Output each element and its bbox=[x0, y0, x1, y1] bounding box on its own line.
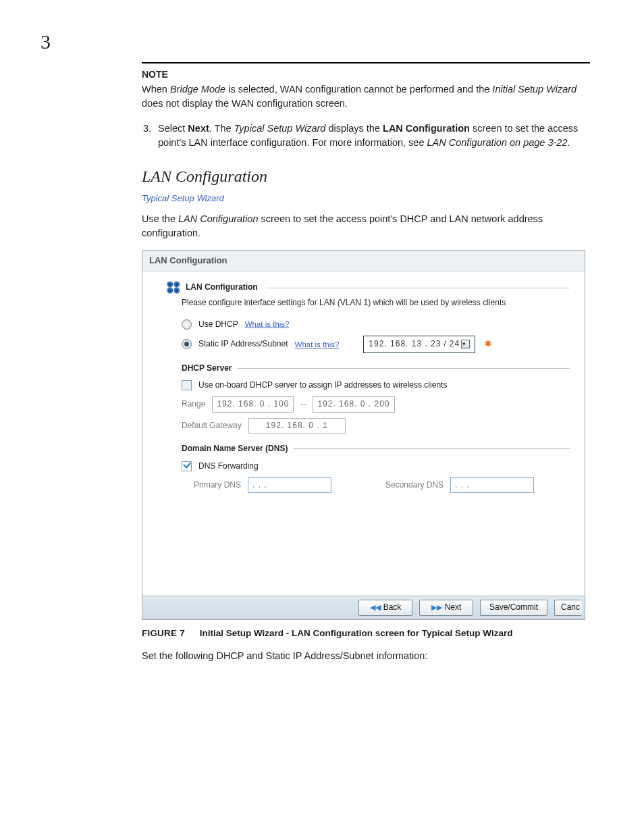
input-secondary-dns[interactable]: . . . bbox=[450, 477, 534, 493]
step-xref-em: LAN Configuration on page 3-22 bbox=[427, 137, 568, 148]
step-3: Select Next. The Typical Setup Wizard di… bbox=[154, 122, 590, 150]
label-primary-dns: Primary DNS bbox=[194, 479, 241, 491]
back-arrow-icon: ◀◀ bbox=[370, 602, 381, 613]
next-button[interactable]: ▶▶Next bbox=[419, 600, 473, 615]
figure-caption: FIGURE 7 Initial Setup Wizard - LAN Conf… bbox=[142, 627, 590, 640]
note-heading: NOTE bbox=[142, 68, 590, 81]
radio-static-ip[interactable] bbox=[182, 339, 192, 349]
network-icon: ◉◉◉◉ bbox=[167, 281, 180, 293]
back-label: Back bbox=[383, 602, 402, 613]
figure-caption-text: Initial Setup Wizard - LAN Configuration… bbox=[200, 628, 513, 638]
note-text: When bbox=[142, 84, 170, 95]
page-number: 3 bbox=[41, 27, 590, 57]
fieldset-label: LAN Configuration bbox=[186, 282, 258, 293]
step-text: . The bbox=[209, 123, 234, 134]
next-label: Next bbox=[445, 602, 462, 613]
link-what-is-this-dhcp[interactable]: What is this? bbox=[245, 319, 290, 330]
label-secondary-dns: Secondary DNS bbox=[385, 479, 444, 491]
label-range: Range bbox=[182, 398, 205, 410]
step-next-bold: Next bbox=[188, 123, 209, 134]
input-range-start[interactable]: 192. 168. 0 . 100 bbox=[212, 396, 294, 412]
next-arrow-icon: ▶▶ bbox=[431, 602, 442, 613]
wizard-body: ◉◉◉◉ LAN Configuration Please configure … bbox=[142, 271, 585, 596]
link-what-is-this-static[interactable]: What is this? bbox=[295, 339, 340, 350]
checkbox-dns-forwarding[interactable] bbox=[182, 461, 192, 471]
radio-use-dhcp[interactable] bbox=[182, 319, 192, 330]
label-dns-forwarding: DNS Forwarding bbox=[198, 461, 259, 472]
figure-number: FIGURE 7 bbox=[142, 628, 185, 638]
label-onboard-dhcp: Use on-board DHCP server to assign IP ad… bbox=[198, 380, 447, 391]
note-em-isw: Initial Setup Wizard bbox=[492, 84, 576, 95]
section-intro: Use the LAN Configuration screen to set … bbox=[142, 212, 590, 240]
sub-divider bbox=[293, 448, 570, 449]
step-text: . bbox=[567, 137, 570, 148]
fieldset-divider bbox=[266, 288, 570, 288]
note-body: When Bridge Mode is selected, WAN config… bbox=[142, 82, 590, 111]
range-separator: -- bbox=[300, 398, 306, 410]
subheading-dhcp-server: DHCP Server bbox=[182, 363, 232, 374]
subheading-dns: Domain Name Server (DNS) bbox=[182, 443, 288, 454]
step-tsw-em: Typical Setup Wizard bbox=[234, 123, 326, 134]
save-commit-button[interactable]: Save/Commit bbox=[480, 600, 547, 615]
intro-em: LAN Configuration bbox=[178, 213, 259, 224]
step-text: displays the bbox=[325, 123, 383, 134]
input-primary-dns[interactable]: . . . bbox=[248, 477, 331, 493]
label-use-dhcp: Use DHCP bbox=[198, 319, 238, 330]
step-text: Select bbox=[158, 123, 188, 134]
cancel-button[interactable]: Canc bbox=[554, 600, 582, 615]
step-lanconf-bold: LAN Configuration bbox=[383, 123, 470, 134]
static-ip-value: 192. 168. 13 . 23 bbox=[369, 338, 441, 350]
label-default-gateway: Default Gateway bbox=[182, 420, 242, 432]
section-heading-lan-configuration: LAN Configuration bbox=[142, 165, 590, 188]
label-static-ip: Static IP Address/Subnet bbox=[198, 338, 288, 350]
checkbox-onboard-dhcp[interactable] bbox=[182, 380, 192, 390]
closing-paragraph: Set the following DHCP and Static IP Add… bbox=[142, 649, 590, 663]
required-star-icon: ✱ bbox=[485, 338, 491, 350]
note-em-bridge: Bridge Mode bbox=[170, 84, 225, 95]
ip-slash: / bbox=[444, 338, 446, 350]
fieldset-description: Please configure interface settings for … bbox=[182, 297, 570, 309]
sub-divider bbox=[237, 368, 570, 369]
back-button[interactable]: ◀◀Back bbox=[358, 600, 412, 615]
intro-text: Use the bbox=[142, 213, 178, 224]
wizard-button-bar: ◀◀Back ▶▶Next Save/Commit Canc bbox=[142, 596, 585, 619]
input-static-ip[interactable]: 192. 168. 13 . 23 / 24 bbox=[363, 336, 475, 353]
subnet-dropdown-icon[interactable] bbox=[461, 340, 470, 348]
note-text: does not display the WAN configuration s… bbox=[142, 98, 348, 109]
section-sublink-typical-setup-wizard[interactable]: Typical Setup Wizard bbox=[142, 192, 590, 205]
note-text: is selected, WAN configuration cannot be… bbox=[225, 84, 492, 95]
lan-config-wizard-screenshot: LAN Configuration ◉◉◉◉ LAN Configuration… bbox=[142, 250, 585, 620]
fieldset-lan-configuration: ◉◉◉◉ LAN Configuration bbox=[167, 281, 570, 293]
input-range-end[interactable]: 192. 168. 0 . 200 bbox=[313, 396, 394, 412]
input-default-gateway[interactable]: 192. 168. 0 . 1 bbox=[248, 418, 346, 434]
subnet-value: 24 bbox=[450, 338, 460, 350]
wizard-title: LAN Configuration bbox=[142, 251, 585, 272]
note-rule bbox=[142, 62, 590, 63]
